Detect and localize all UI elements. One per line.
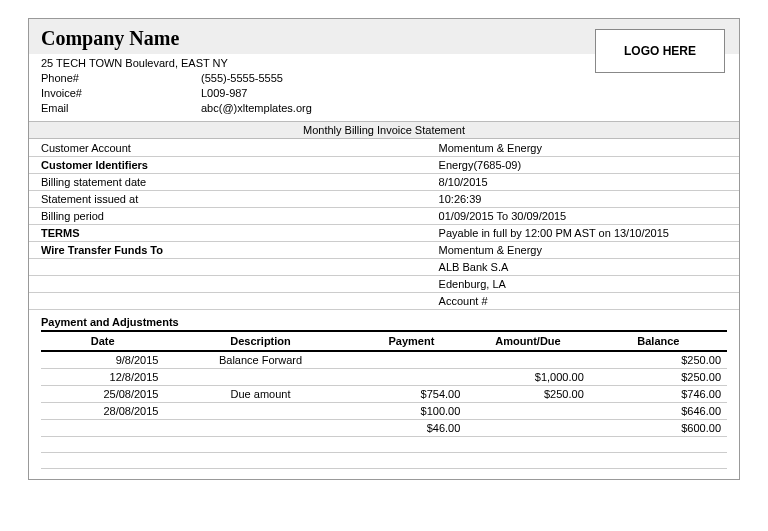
cell-description (164, 436, 356, 452)
details-value: 8/10/2015 (427, 173, 739, 190)
cell-amount: $1,000.00 (466, 368, 589, 385)
col-payment: Payment (357, 331, 467, 351)
cell-payment (357, 351, 467, 369)
cell-date (41, 436, 164, 452)
details-row: TERMSPayable in full by 12:00 PM AST on … (29, 224, 739, 241)
payments-row: $46.00$600.00 (41, 419, 727, 436)
company-name: Company Name (41, 27, 179, 50)
logo-placeholder: LOGO HERE (595, 29, 725, 73)
details-row: Billing period01/09/2015 To 30/09/2015 (29, 207, 739, 224)
details-value: Momentum & Energy (427, 241, 739, 258)
cell-amount (466, 436, 589, 452)
details-label (29, 292, 427, 309)
cell-date: 9/8/2015 (41, 351, 164, 369)
details-label (29, 275, 427, 292)
col-description: Description (164, 331, 356, 351)
cell-payment: $46.00 (357, 419, 467, 436)
payments-row: 9/8/2015Balance Forward$250.00 (41, 351, 727, 369)
details-value: 10:26:39 (427, 190, 739, 207)
cell-description (164, 402, 356, 419)
details-label: Statement issued at (29, 190, 427, 207)
details-row: Edenburg, LA (29, 275, 739, 292)
details-value: Account # (427, 292, 739, 309)
details-value: Edenburg, LA (427, 275, 739, 292)
details-value: Energy(7685-09) (427, 156, 739, 173)
payments-row: 12/8/2015$1,000.00$250.00 (41, 368, 727, 385)
cell-amount (466, 452, 589, 468)
col-balance: Balance (590, 331, 727, 351)
details-label: Billing period (29, 207, 427, 224)
cell-description: Balance Forward (164, 351, 356, 369)
cell-payment: $100.00 (357, 402, 467, 419)
cell-description (164, 452, 356, 468)
details-value: ALB Bank S.A (427, 258, 739, 275)
payments-title: Payment and Adjustments (29, 310, 739, 328)
details-row: Customer AccountMomentum & Energy (29, 139, 739, 156)
col-amount: Amount/Due (466, 331, 589, 351)
details-label: Customer Account (29, 139, 427, 156)
cell-amount: $250.00 (466, 385, 589, 402)
cell-description (164, 368, 356, 385)
cell-date (41, 452, 164, 468)
payments-table: Date Description Payment Amount/Due Bala… (41, 330, 727, 469)
cell-balance (590, 452, 727, 468)
col-date: Date (41, 331, 164, 351)
details-row: Billing statement date8/10/2015 (29, 173, 739, 190)
cell-balance: $250.00 (590, 368, 727, 385)
payments-row (41, 452, 727, 468)
cell-balance: $646.00 (590, 402, 727, 419)
cell-date (41, 419, 164, 436)
payments-row (41, 436, 727, 452)
details-label: Wire Transfer Funds To (29, 241, 427, 258)
invoice-label: Invoice# (41, 86, 201, 101)
cell-date: 28/08/2015 (41, 402, 164, 419)
phone-label: Phone# (41, 71, 201, 86)
cell-description (164, 419, 356, 436)
details-value: Payable in full by 12:00 PM AST on 13/10… (427, 224, 739, 241)
payments-header-row: Date Description Payment Amount/Due Bala… (41, 331, 727, 351)
cell-balance: $600.00 (590, 419, 727, 436)
cell-amount (466, 351, 589, 369)
details-label: TERMS (29, 224, 427, 241)
phone-value: (555)-5555-5555 (201, 71, 283, 86)
details-row: Statement issued at10:26:39 (29, 190, 739, 207)
email-value: abc(@)xltemplates.org (201, 101, 312, 116)
details-value: Momentum & Energy (427, 139, 739, 156)
email-label: Email (41, 101, 201, 116)
cell-date: 25/08/2015 (41, 385, 164, 402)
cell-payment (357, 436, 467, 452)
details-row: ALB Bank S.A (29, 258, 739, 275)
cell-balance: $746.00 (590, 385, 727, 402)
details-row: Account # (29, 292, 739, 309)
cell-payment: $754.00 (357, 385, 467, 402)
invoice-document: Company Name LOGO HERE 25 TECH TOWN Boul… (28, 18, 740, 480)
cell-payment (357, 452, 467, 468)
section-title: Monthly Billing Invoice Statement (29, 121, 739, 139)
invoice-value: L009-987 (201, 86, 248, 101)
cell-balance (590, 436, 727, 452)
cell-payment (357, 368, 467, 385)
payments-row: 25/08/2015Due amount$754.00$250.00$746.0… (41, 385, 727, 402)
cell-date: 12/8/2015 (41, 368, 164, 385)
details-row: Wire Transfer Funds ToMomentum & Energy (29, 241, 739, 258)
cell-amount (466, 402, 589, 419)
details-label (29, 258, 427, 275)
details-value: 01/09/2015 To 30/09/2015 (427, 207, 739, 224)
details-table: Customer AccountMomentum & EnergyCustome… (29, 139, 739, 310)
details-label: Customer Identifiers (29, 156, 427, 173)
details-label: Billing statement date (29, 173, 427, 190)
details-row: Customer IdentifiersEnergy(7685-09) (29, 156, 739, 173)
cell-amount (466, 419, 589, 436)
payments-row: 28/08/2015$100.00$646.00 (41, 402, 727, 419)
cell-balance: $250.00 (590, 351, 727, 369)
cell-description: Due amount (164, 385, 356, 402)
